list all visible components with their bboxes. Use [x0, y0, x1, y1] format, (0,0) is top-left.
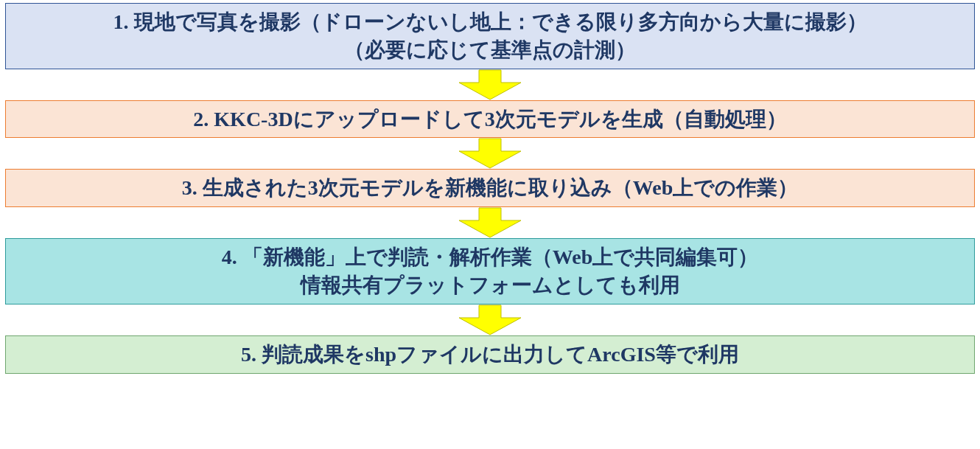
flow-step-text: 1. 現地で写真を撮影（ドローンないし地上：できる限り多方向から大量に撮影）	[113, 8, 867, 36]
flow-step-5: 5. 判読成果をshpファイルに出力してArcGIS等で利用	[5, 335, 975, 374]
flow-step-text: 5. 判読成果をshpファイルに出力してArcGIS等で利用	[241, 341, 739, 369]
flow-step-3: 3. 生成された3次元モデルを新機能に取り込み（Web上での作業）	[5, 169, 975, 207]
flow-step-text: 2. KKC-3Dにアップロードして3次元モデルを生成（自動処理）	[193, 105, 786, 133]
flow-step-text: 3. 生成された3次元モデルを新機能に取り込み（Web上での作業）	[182, 174, 798, 202]
flow-step-text: 情報共有プラットフォームとしても利用	[301, 271, 680, 299]
down-arrow-icon	[458, 207, 522, 238]
flow-step-text: （必要に応じて基準点の計測）	[344, 36, 636, 64]
flow-step-1: 1. 現地で写真を撮影（ドローンないし地上：できる限り多方向から大量に撮影）（必…	[5, 3, 975, 69]
down-arrow-icon	[458, 69, 522, 100]
flow-step-4: 4. 「新機能」上で判読・解析作業（Web上で共同編集可）情報共有プラットフォー…	[5, 238, 975, 304]
flow-diagram: 1. 現地で写真を撮影（ドローンないし地上：できる限り多方向から大量に撮影）（必…	[0, 0, 980, 374]
flow-step-2: 2. KKC-3Dにアップロードして3次元モデルを生成（自動処理）	[5, 100, 975, 139]
down-arrow-icon	[458, 138, 522, 169]
flow-step-text: 4. 「新機能」上で判読・解析作業（Web上で共同編集可）	[222, 243, 758, 271]
down-arrow-icon	[458, 304, 522, 335]
